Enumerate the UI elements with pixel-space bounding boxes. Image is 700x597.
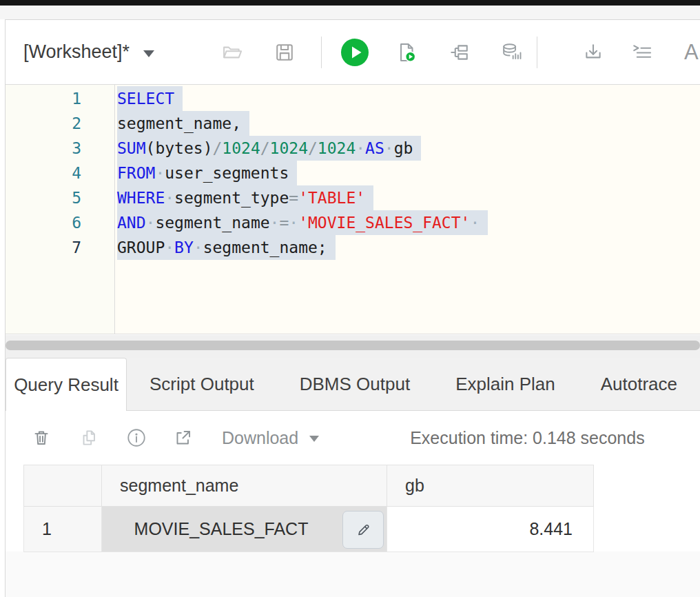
- panel-splitter-handle[interactable]: [6, 341, 700, 350]
- edit-cell-button[interactable]: [342, 511, 384, 549]
- copy-icon: [78, 427, 100, 449]
- selected-code: AND·segment_name·=·'MOVIE_SALES_FACT'·: [117, 210, 488, 235]
- code-line[interactable]: 4FROM·user_segments: [6, 161, 700, 185]
- format-button[interactable]: [630, 41, 653, 64]
- segment-name-value: MOVIE_SALES_FACT: [134, 519, 309, 538]
- selected-code: segment_name,: [117, 111, 249, 136]
- page-background-strip: [0, 6, 700, 19]
- row-number-cell[interactable]: 1: [24, 507, 102, 552]
- toolbar-separator: [537, 37, 537, 68]
- line-number: 2: [6, 111, 114, 136]
- download-icon: [581, 41, 605, 64]
- selected-code: FROM·user_segments: [117, 161, 297, 185]
- execution-time: Execution time: 0.148 seconds: [410, 428, 644, 448]
- copy-result-button[interactable]: [78, 427, 100, 449]
- line-number: 3: [6, 136, 114, 161]
- result-tabs: Query ResultScript OutputDBMS OutputExpl…: [6, 358, 700, 411]
- tab-script-output[interactable]: Script Output: [127, 358, 277, 411]
- tab-query-result[interactable]: Query Result: [6, 358, 127, 411]
- info-icon: [125, 427, 147, 449]
- pencil-icon: [353, 520, 373, 540]
- window-top-bar: [0, 0, 700, 6]
- tab-explain-plan[interactable]: Explain Plan: [433, 358, 578, 411]
- editor-lines: 1SELECT 2segment_name, 3SUM(bytes)/1024/…: [6, 86, 700, 260]
- clear-result-button[interactable]: [30, 427, 52, 449]
- result-grid: segment_name gb 1 MOVIE_SALES_FACT: [23, 465, 594, 552]
- line-number: 1: [6, 86, 114, 111]
- tab-autotrace[interactable]: Autotrace: [578, 358, 700, 411]
- explain-plan-icon: [448, 41, 471, 64]
- run-statement-button[interactable]: [340, 38, 369, 67]
- column-header-rownum[interactable]: [24, 465, 102, 507]
- chevron-down-icon: [143, 50, 154, 57]
- open-file-button[interactable]: [220, 41, 244, 64]
- selected-code: WHERE·segment_type='TABLE': [117, 185, 373, 210]
- code-line[interactable]: 2segment_name,: [6, 111, 700, 136]
- explain-plan-button[interactable]: [448, 41, 471, 64]
- open-folder-icon: [220, 41, 244, 64]
- table-row: 1 MOVIE_SALES_FACT 8.441: [24, 507, 594, 552]
- column-header-gb[interactable]: gb: [387, 465, 594, 507]
- code-line[interactable]: 3SUM(bytes)/1024/1024/1024·AS·gb: [6, 136, 700, 161]
- save-button[interactable]: [273, 41, 296, 64]
- gb-cell[interactable]: 8.441: [387, 507, 594, 552]
- autotrace-icon: [500, 41, 524, 64]
- result-toolbar: Download Execution time: 0.148 seconds: [6, 411, 700, 465]
- code-line[interactable]: 6AND·segment_name·=·'MOVIE_SALES_FACT'·: [6, 210, 700, 235]
- result-info-button[interactable]: [125, 427, 147, 449]
- sql-editor[interactable]: 1SELECT 2segment_name, 3SUM(bytes)/1024/…: [6, 85, 700, 334]
- tab-dbms-output[interactable]: DBMS Output: [277, 358, 433, 411]
- selected-code: GROUP·BY·segment_name;: [117, 235, 336, 260]
- run-statement-icon: [340, 38, 369, 67]
- splitter-zone: [6, 335, 700, 358]
- download-worksheet-button[interactable]: [581, 41, 605, 64]
- grid-empty-area: [6, 552, 700, 597]
- download-label: Download: [222, 428, 298, 448]
- worksheet-selector-button[interactable]: [Worksheet]*: [23, 41, 154, 63]
- toolbar-separator: [321, 37, 322, 68]
- format-icon: [630, 41, 653, 64]
- code-line[interactable]: 1SELECT: [6, 86, 700, 111]
- line-number: 5: [6, 185, 114, 210]
- download-result-button[interactable]: Download: [222, 428, 319, 448]
- trash-icon: [30, 427, 52, 449]
- open-in-new-icon: [172, 427, 194, 449]
- segment-name-cell[interactable]: MOVIE_SALES_FACT: [102, 507, 387, 552]
- worksheet-toolbar: [Worksheet]*: [6, 20, 700, 85]
- run-script-icon: [395, 41, 418, 64]
- worksheet-title: [Worksheet]*: [23, 41, 130, 63]
- worksheet-panel: [Worksheet]*: [5, 19, 700, 597]
- line-number: 6: [6, 210, 114, 235]
- header-row: segment_name gb: [24, 465, 594, 507]
- selected-code: SELECT: [117, 86, 183, 111]
- line-number: 7: [6, 235, 114, 260]
- code-line[interactable]: 5WHERE·segment_type='TABLE': [6, 185, 700, 210]
- run-script-button[interactable]: [395, 41, 418, 64]
- column-header-segment-name[interactable]: segment_name: [102, 465, 387, 507]
- selected-code: SUM(bytes)/1024/1024/1024·AS·gb: [117, 136, 421, 161]
- font-size-button[interactable]: Aa: [684, 40, 700, 65]
- save-icon: [273, 41, 296, 64]
- code-line[interactable]: 7GROUP·BY·segment_name;: [6, 235, 700, 260]
- open-in-new-button[interactable]: [172, 427, 194, 449]
- autotrace-button[interactable]: [500, 41, 524, 64]
- line-number: 4: [6, 161, 114, 185]
- chevron-down-icon: [309, 436, 319, 442]
